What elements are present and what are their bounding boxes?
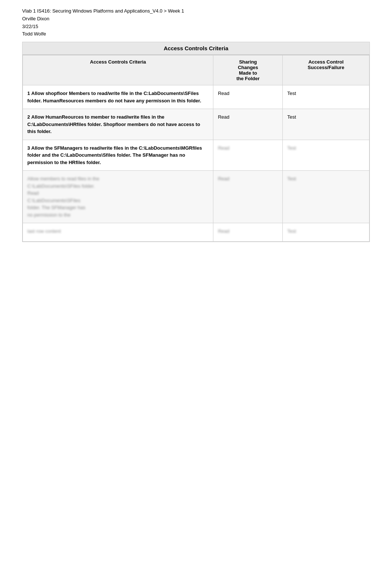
- criteria-text-3: Allow the SFManagers to read/write files…: [27, 145, 202, 165]
- table-header-row: Access Controls Criteria SharingChangesM…: [23, 55, 369, 85]
- criteria-cell-last: last row content: [23, 223, 213, 242]
- col-header-criteria: Access Controls Criteria: [23, 55, 213, 85]
- header-line1: Vlab 1 IS416: Securing Windows Platforms…: [22, 7, 370, 15]
- sharing-blurred-3: Read: [218, 144, 278, 152]
- access-blurred-4: Test: [287, 175, 365, 183]
- criteria-cell-blurred: Allow members to read files in the C:\La…: [23, 171, 213, 223]
- access-cell-last: Test: [283, 223, 369, 242]
- header-line4: Todd Wolfe: [22, 30, 370, 38]
- row-number-2: 2: [27, 114, 30, 120]
- access-controls-table: Access Controls Criteria SharingChangesM…: [23, 55, 369, 242]
- table-row-blurred: Allow members to read files in the C:\La…: [23, 171, 369, 223]
- access-cell-1: Test: [283, 85, 369, 109]
- col-header-access: Access ControlSuccess/Failure: [283, 55, 369, 85]
- access-blurred-5: Test: [287, 228, 365, 235]
- row-number-3: 3: [27, 145, 30, 151]
- table-row: 2 Allow HumanReources to member to read/…: [23, 109, 369, 140]
- access-cell-2: Test: [283, 109, 369, 140]
- header-line2: Orville Dixon: [22, 15, 370, 23]
- access-cell-3: Test: [283, 140, 369, 171]
- criteria-cell-3: 3 Allow the SFManagers to read/write fil…: [23, 140, 213, 171]
- blurred-text-4: Allow members to read files in the C:\La…: [27, 175, 209, 218]
- header-line3: 3/22/15: [22, 23, 370, 31]
- criteria-text-2: Allow HumanReources to member to read/wr…: [27, 114, 200, 134]
- sharing-blurred-4: Read: [218, 175, 278, 183]
- criteria-cell-1: 1 Allow shopfloor Members to read/write …: [23, 85, 213, 109]
- table-row: 3 Allow the SFManagers to read/write fil…: [23, 140, 369, 171]
- criteria-cell-2: 2 Allow HumanReources to member to read/…: [23, 109, 213, 140]
- sharing-cell-1: Read: [213, 85, 283, 109]
- col-header-sharing: SharingChangesMade tothe Folder: [213, 55, 283, 85]
- header-info: Vlab 1 IS416: Securing Windows Platforms…: [22, 7, 370, 38]
- row-number-1: 1: [27, 91, 30, 96]
- access-blurred-3: Test: [287, 144, 365, 152]
- criteria-text-1: Allow shopfloor Members to read/write fi…: [27, 91, 201, 103]
- access-cell-blurred: Test: [283, 171, 369, 223]
- blurred-text-5: last row content: [27, 228, 209, 235]
- sharing-cell-3: Read: [213, 140, 283, 171]
- sharing-cell-2: Read: [213, 109, 283, 140]
- table-row-last: last row content Read Test: [23, 223, 369, 242]
- table-row: 1 Allow shopfloor Members to read/write …: [23, 85, 369, 109]
- table-wrapper: Access Controls Criteria SharingChangesM…: [22, 55, 370, 242]
- sharing-cell-blurred: Read: [213, 171, 283, 223]
- page-title: Access Controls Criteria: [22, 42, 370, 55]
- sharing-blurred-5: Read: [218, 228, 278, 235]
- sharing-cell-last: Read: [213, 223, 283, 242]
